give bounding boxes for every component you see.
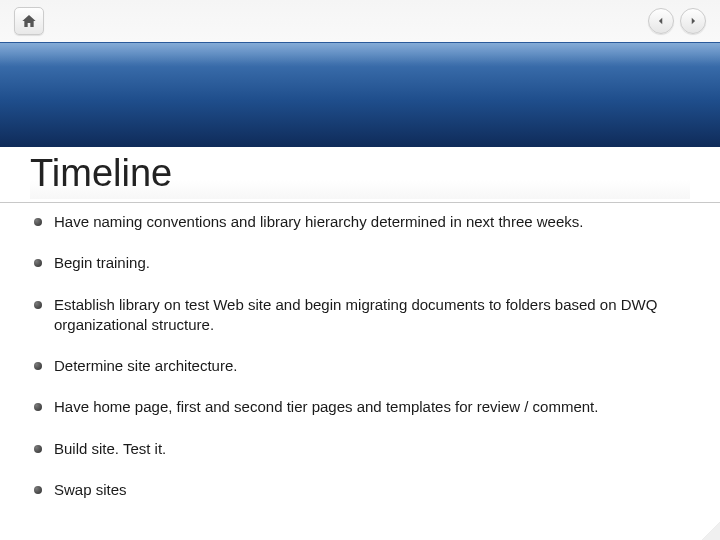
list-item: Begin training. — [34, 253, 690, 273]
list-item: Build site. Test it. — [34, 439, 690, 459]
page-title: Timeline — [30, 152, 690, 199]
slide: Timeline Have naming conventions and lib… — [0, 0, 720, 540]
home-button[interactable] — [14, 7, 44, 35]
list-item: Establish library on test Web site and b… — [34, 295, 690, 336]
list-item: Swap sites — [34, 480, 690, 500]
list-item: Have naming conventions and library hier… — [34, 212, 690, 232]
chevron-right-icon — [688, 16, 698, 26]
list-item: Have home page, first and second tier pa… — [34, 397, 690, 417]
toolbar — [0, 0, 720, 42]
header-banner — [0, 42, 720, 147]
home-icon — [21, 13, 37, 29]
chevron-left-icon — [656, 16, 666, 26]
nav-group — [648, 8, 706, 34]
content-area: Have naming conventions and library hier… — [34, 212, 690, 520]
list-item: Determine site architecture. — [34, 356, 690, 376]
title-divider — [0, 202, 720, 203]
prev-button[interactable] — [648, 8, 674, 34]
page-curl-icon — [702, 522, 720, 540]
bullet-list: Have naming conventions and library hier… — [34, 212, 690, 500]
next-button[interactable] — [680, 8, 706, 34]
